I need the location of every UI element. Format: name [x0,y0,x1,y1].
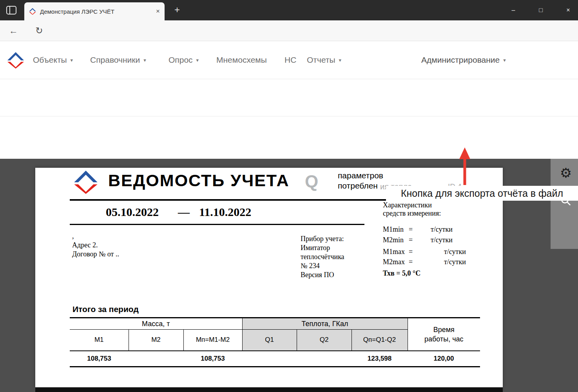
characteristic-row: M1min=т/сутки [383,225,516,234]
divider-rule [70,224,364,225]
characteristic-row: M2min=т/сутки [383,236,516,244]
report-title: ВЕДОМОСТЬ УЧЕТА [108,171,289,190]
annotation-arrow-icon [458,147,472,186]
value-m2 [129,351,183,367]
tab-title: Демонстрация ЛЭРС УЧЁТ [40,8,153,15]
report-watermark: Q [305,172,318,191]
close-button[interactable]: × [559,0,577,20]
nav-item-ns[interactable]: НС [284,41,296,79]
address-block: , Адрес 2. Договор № от .. [72,232,119,259]
new-tab-button[interactable]: + [171,4,183,16]
col-header-mp: Мп=М1-М2 [183,330,242,351]
nav-item-reports[interactable]: Отчеты▾ [307,41,341,79]
minimize-button[interactable]: – [504,0,522,20]
col-header-q1: Q1 [242,330,297,351]
report-date-from: 05.10.2022 [106,205,159,219]
settings-gear-icon[interactable]: ⚙ [558,165,573,181]
maximize-button[interactable]: □ [532,0,550,20]
col-header-m1: М1 [70,330,129,351]
col-header-q2: Q2 [297,330,352,351]
viewer-toolbar: 1 из 2 ▾ − 100% ▾ + [0,116,578,159]
back-icon[interactable]: ← [5,20,21,41]
chevron-down-icon: ▾ [503,57,506,63]
characteristic-row: M1max=т/сутки [383,248,516,256]
value-mp: 108,753 [183,351,242,367]
tab-close-icon[interactable]: × [156,7,160,15]
characteristic-row: M2max=т/сутки [383,258,516,266]
browser-window: Демонстрация ЛЭРС УЧЁТ × + – □ × ← ↻ htt… [0,0,578,392]
col-header-m2: М2 [129,330,183,351]
chevron-down-icon: ▾ [196,57,199,63]
mass-group-header: Масса, т [70,318,242,330]
export-annotation-tooltip: Кнопка для экспорта отчёта в файл [386,186,578,201]
page-gap [35,387,503,392]
value-time: 120,00 [408,351,480,367]
report-date-dash: — [178,205,190,219]
report-page: ВЕДОМОСТЬ УЧЕТА Q параметров потреблен и… [35,168,503,387]
chevron-down-icon: ▾ [143,57,146,63]
report-logo-icon [74,170,98,194]
value-q2 [297,351,352,367]
tab-layout-icon[interactable] [6,6,16,15]
browser-titlebar: Демонстрация ЛЭРС УЧЁТ × + – □ × [0,0,578,20]
nav-item-objects[interactable]: Объекты▾ [33,41,73,79]
heat-group-header: Теплота, ГКал [242,318,408,330]
browser-addressbar: ← ↻ https://test.lers.ru/report/paramete… [0,20,578,41]
characteristics-title: Характеристики средств измерения: [383,201,441,218]
nav-item-administration[interactable]: Администрирование▾ [421,41,506,79]
lers-favicon-icon [29,8,36,15]
report-subtitle: параметров потреблен [338,171,383,191]
nav-item-directories[interactable]: Справочники▾ [90,41,146,79]
cold-water-temp: Тхв = 5,0 °С [383,269,420,278]
app-navbar: Объекты▾ Справочники▾ Опрос▾ Мнемосхемы … [0,41,578,79]
nav-item-mnemoschemes[interactable]: Мнемосхемы [216,41,267,79]
value-qp: 123,598 [352,351,408,367]
meter-device-block: Прибор учета: Имитатор теплосчётчика № 2… [301,234,344,279]
browser-tab[interactable]: Демонстрация ЛЭРС УЧЁТ × [24,2,165,20]
value-m1: 108,753 [70,351,129,367]
chevron-down-icon: ▾ [339,57,342,63]
report-toolbar: Ведомость параметров ... ► 05.10.2022 - … [0,79,578,116]
chevron-down-icon: ▾ [71,57,73,63]
refresh-icon[interactable]: ↻ [31,20,47,41]
lers-logo-icon [7,52,24,69]
report-date-to: 11.10.2022 [199,205,251,219]
totals-table: Масса, т Теплота, ГКал Времяработы, час … [70,317,480,367]
time-header: Времяработы, час [408,318,480,351]
col-header-qp: Qп=Q1-Q2 [352,330,408,351]
nav-item-polling[interactable]: Опрос▾ [169,41,199,79]
value-q1 [242,351,297,367]
totals-heading: Итого за период [72,305,139,314]
